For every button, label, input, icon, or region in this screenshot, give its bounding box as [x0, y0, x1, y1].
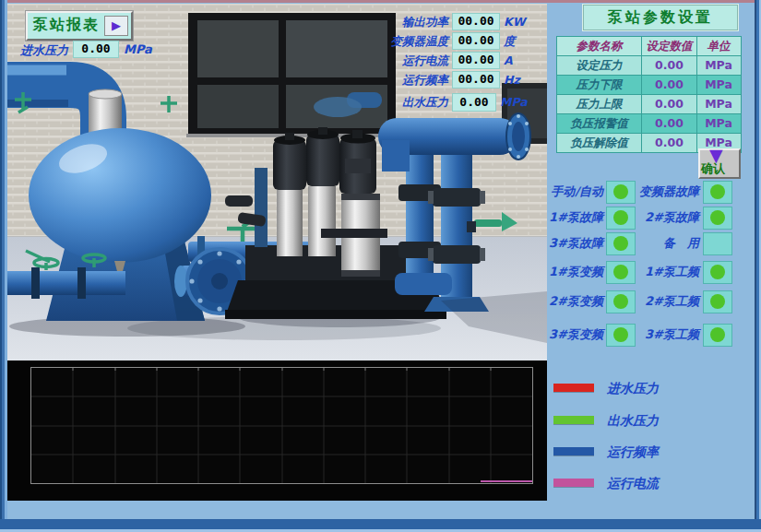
status-row: 手动/自动 变频器故障: [542, 181, 738, 203]
param-value[interactable]: 0.00: [642, 56, 697, 75]
status-lamp-box: [606, 324, 636, 347]
frame-top-border: [0, 0, 761, 3]
status-row: 3#泵故障 备 用: [542, 232, 738, 254]
status-label: 3#泵故障: [542, 235, 603, 252]
status-label: 备 用: [636, 235, 699, 252]
param-name: 设定压力: [557, 56, 642, 75]
param-value[interactable]: 0.00: [642, 134, 697, 152]
status-lamp: [710, 184, 725, 199]
legend-item: 进水压力: [553, 381, 738, 396]
param-unit: MPa: [697, 56, 740, 75]
col-header-name: 参数名称: [557, 37, 642, 55]
inlet-pressure-value: 0.00: [73, 41, 119, 58]
status-label: 1#泵工频: [636, 264, 699, 280]
legend-label: 运行电流: [607, 476, 659, 492]
status-label: 2#泵工频: [636, 293, 699, 310]
confirm-button-label: 确认: [701, 160, 725, 177]
status-lamp: [613, 294, 628, 309]
inlet-pressure-label: 进水压力: [20, 42, 68, 59]
status-lamp: [710, 327, 725, 342]
inlet-pressure-unit: MPa: [124, 42, 152, 56]
status-lamp-box: [703, 261, 732, 284]
status-lamp: [613, 327, 628, 342]
param-unit: MPa: [697, 76, 740, 94]
vfd-temp-unit: 度: [504, 34, 516, 50]
trend-chart: [7, 361, 547, 501]
status-label: 2#泵故障: [636, 209, 699, 226]
status-lamp-box: [606, 290, 636, 313]
param-name: 负压报警值: [557, 114, 642, 133]
status-row: 2#泵变频 2#泵工频: [542, 290, 738, 313]
status-lamp: [710, 210, 725, 225]
status-lamp: [613, 265, 628, 279]
status-lamp-box: [606, 207, 636, 230]
param-name: 压力下限: [557, 76, 642, 94]
status-label: 1#泵故障: [542, 209, 603, 226]
parameter-table-header: 参数名称 设定数值 单位: [557, 37, 741, 56]
status-lamp: [710, 265, 725, 279]
outlet-pressure-unit: MPa: [500, 95, 528, 109]
status-label: 3#泵工频: [636, 326, 699, 343]
report-button-label: 泵站报表: [33, 16, 100, 35]
param-value[interactable]: 0.00: [642, 76, 697, 94]
play-icon[interactable]: ▶: [104, 16, 128, 36]
run-frequency-value: 00.00: [452, 71, 500, 89]
legend-label: 运行频率: [607, 444, 659, 461]
run-frequency-label: 运行频率: [384, 73, 448, 89]
legend-swatch: [553, 479, 594, 487]
status-row: 1#泵变频 1#泵工频: [542, 261, 738, 283]
param-value[interactable]: 0.00: [642, 95, 697, 113]
status-lamp: [613, 236, 628, 251]
param-value[interactable]: 0.00: [642, 114, 697, 133]
legend-swatch: [553, 384, 594, 392]
output-power-label: 输出功率: [384, 15, 448, 30]
run-current-value: 00.00: [452, 52, 500, 69]
pump-station-hmi-screen: 泵站报表 ▶ 进水压力 0.00 MPa 输出功率 00.00 KW 变频器温度…: [0, 0, 761, 532]
run-frequency-unit: Hz: [504, 73, 520, 87]
status-lamp-box: [703, 232, 732, 255]
status-lamp-box: [703, 290, 732, 313]
param-name: 压力上限: [557, 95, 642, 113]
legend-item: 运行频率: [553, 444, 738, 459]
legend-item: 出水压力: [553, 413, 738, 428]
table-row: 负压报警值 0.00 MPa: [557, 114, 741, 134]
settings-panel-title: 泵站参数设置: [583, 5, 738, 30]
table-row: 设定压力 0.00 MPa: [557, 56, 741, 76]
frame-right-border: [755, 0, 761, 532]
trend-grid: [31, 368, 532, 483]
frame-left-border: [0, 0, 7, 532]
status-lamp-box: [606, 232, 636, 255]
vfd-temp-label: 变频器温度: [384, 34, 448, 50]
output-power-unit: KW: [504, 15, 525, 29]
legend-label: 进水压力: [607, 381, 659, 397]
status-row: 1#泵故障 2#泵故障: [542, 207, 738, 229]
parameter-table: 参数名称 设定数值 单位 设定压力 0.00 MPa 压力下限 0.00 MPa…: [556, 36, 742, 153]
status-lamp-box: [703, 181, 732, 204]
legend-swatch: [553, 447, 594, 455]
status-label: 1#泵变频: [542, 264, 603, 280]
outlet-pressure-label: 出水压力: [384, 95, 448, 111]
vfd-temp-value: 00.00: [452, 32, 500, 50]
confirm-button[interactable]: ▼ 确认: [698, 148, 741, 179]
outlet-pressure-value: 0.00: [452, 93, 496, 112]
col-header-value: 设定数值: [642, 37, 697, 55]
status-label: 变频器故障: [636, 183, 699, 200]
run-current-unit: A: [504, 53, 513, 67]
param-unit: MPa: [697, 95, 740, 113]
status-label: 3#泵变频: [542, 326, 603, 343]
window: [186, 13, 398, 137]
status-lamp: [613, 184, 628, 199]
status-lamp: [613, 210, 628, 225]
param-unit: MPa: [697, 114, 740, 133]
pump-station-3d-view: 泵站报表 ▶ 进水压力 0.00 MPa 输出功率 00.00 KW 变频器温度…: [7, 4, 547, 361]
legend-label: 出水压力: [607, 413, 659, 430]
status-lamp: [710, 294, 725, 309]
report-button[interactable]: 泵站报表 ▶: [26, 11, 133, 41]
frame-bottom-border: [0, 519, 761, 532]
table-row: 压力上限 0.00 MPa: [557, 95, 741, 114]
legend-swatch: [553, 416, 594, 424]
table-row: 压力下限 0.00 MPa: [557, 76, 741, 95]
status-lamp-box: [606, 261, 636, 284]
output-power-value: 00.00: [452, 13, 500, 30]
trend-plot-area: [30, 367, 533, 484]
